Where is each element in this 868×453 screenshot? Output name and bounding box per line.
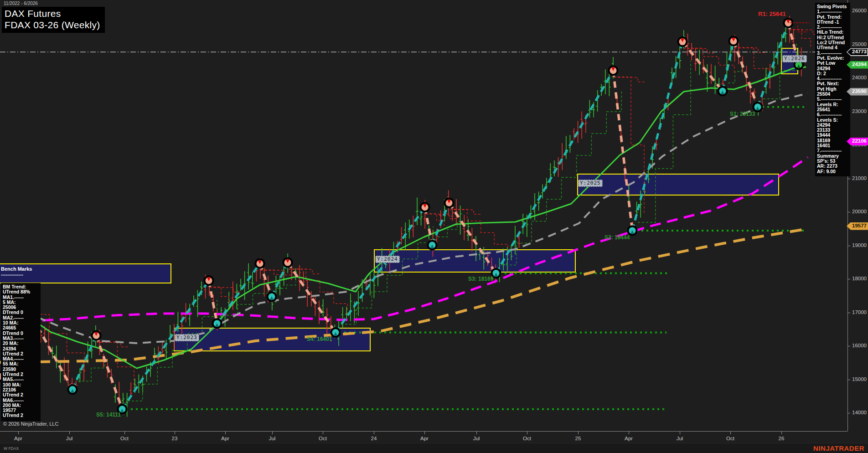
price-tag-value: 24394 <box>851 61 868 69</box>
year-box-label[interactable]: Y:2023 <box>175 334 199 341</box>
price-tag-22106: 22106 <box>847 138 868 145</box>
price-tag-24394: 24394 <box>847 61 868 69</box>
price-tag-value: 24773 <box>851 48 868 56</box>
benchmarks-line: 20 MA: <box>3 341 38 346</box>
swing-pivots-line: AF: 9.00 <box>817 169 849 174</box>
price-axis-tick <box>847 179 850 179</box>
time-axis-tick <box>680 431 680 434</box>
status-strip <box>0 443 868 453</box>
time-axis-label: 23 <box>172 436 178 441</box>
price-axis-tick <box>847 380 850 380</box>
benchmarks-line: 24665 <box>3 325 38 330</box>
swing-pivots-panel: Swing Pivots1.-------------Pvt. Trend:DT… <box>815 3 850 176</box>
candles-down <box>24 16 803 406</box>
time-axis-tick <box>124 431 125 434</box>
time-axis-tick <box>424 431 425 434</box>
year-box-label[interactable]: Y:2024 <box>375 256 400 263</box>
swing-pivots-line: 1.------------- <box>817 9 849 14</box>
time-axis-label: Oct <box>319 436 327 441</box>
time-axis-label: Apr <box>221 436 229 441</box>
swing-pivots-line: Pvt Low <box>817 61 849 66</box>
swing-pivots-line: AR: 2273 <box>817 164 849 169</box>
swing-pivots-line: 5.------------- <box>817 97 849 102</box>
time-axis-tick <box>225 431 226 434</box>
price-tag-24773: 24773 <box>847 48 868 56</box>
time-axis-tick <box>272 431 273 434</box>
price-axis-label: 23000 <box>852 108 867 114</box>
time-axis-tick <box>18 431 19 434</box>
price-axis-tick <box>847 279 850 279</box>
time-axis-tick <box>730 431 731 434</box>
support-label-s1: S1: 23133 <box>730 111 755 117</box>
time-axis-tick <box>175 431 175 434</box>
time-axis-label: Jul <box>269 436 276 441</box>
benchmarks-line: UTrend 88% <box>3 289 38 294</box>
time-axis-label: Apr <box>14 436 22 441</box>
time-axis-label: Apr <box>420 436 429 441</box>
support-label-s2: S2: 19444 <box>604 234 630 241</box>
price-axis-label: 26000 <box>852 8 867 13</box>
ninjatrader-logo: NINJATRADER <box>813 444 864 452</box>
ma-line-20-ma <box>25 67 806 368</box>
support-label-s3: S3: 18169 <box>468 276 493 282</box>
swing-pivots-line: UTrend 4 <box>817 45 849 50</box>
price-axis-label: 18000 <box>852 276 867 281</box>
year-box-label[interactable]: Y:2025 <box>578 180 603 187</box>
time-axis-label: Apr <box>625 436 633 441</box>
time-axis-label: Oct <box>523 436 531 441</box>
time-axis-label: Jul <box>66 436 73 441</box>
chart-date-range: 11/2022 - 6/2026 <box>4 1 38 6</box>
price-tag-value: 23590 <box>851 88 868 96</box>
instrument-title: DAX Futures <box>5 8 100 19</box>
time-axis-line <box>0 431 847 432</box>
time-axis-label: Oct <box>120 436 129 441</box>
price-axis-label: 24000 <box>852 75 867 80</box>
benchmarks-panel: Bench Marks -------------- BM Trend:UTre… <box>1 266 45 421</box>
time-axis-label: 25 <box>575 436 581 441</box>
support-label-s4: S4: 16401 <box>307 336 332 342</box>
price-axis-tick <box>847 313 850 313</box>
instrument-tab-label[interactable]: W FDAX <box>4 446 19 451</box>
price-axis-label: 25000 <box>852 41 867 47</box>
price-tag-23590: 23590 <box>847 88 868 96</box>
price-axis-label: 17000 <box>852 309 867 315</box>
price-axis-label: 16000 <box>852 343 867 348</box>
time-axis-label: Jul <box>677 436 683 441</box>
year-range-box[interactable] <box>578 174 779 195</box>
benchmarks-line: UTrend 2 <box>3 392 38 397</box>
benchmarks-line: UTrend 2 <box>3 413 38 418</box>
chart-canvas[interactable] <box>0 0 868 453</box>
benchmarks-line: MA5.------ <box>3 377 38 382</box>
price-axis-tick <box>847 246 850 246</box>
price-tag-value: 22106 <box>851 138 868 145</box>
swing-pivots-line: 6.------------- <box>817 112 849 117</box>
time-axis-label: 24 <box>371 436 377 441</box>
time-axis-tick <box>323 431 323 434</box>
benchmarks-list: BM Trend:UTrend 88%MA1.------5 MA:25006D… <box>1 283 41 421</box>
time-axis-tick <box>374 431 374 434</box>
resistance-label-r1: R1: 25641 <box>758 10 786 17</box>
swing-pivots-line: 7.------------- <box>817 148 849 153</box>
time-axis-tick <box>476 431 477 434</box>
price-axis-tick <box>847 413 850 413</box>
price-axis-label: 14000 <box>852 410 867 415</box>
time-axis-tick <box>527 431 527 434</box>
price-tag-value: 19577 <box>851 222 868 230</box>
benchmarks-underline: -------------- <box>1 272 45 277</box>
copyright-text: © 2026 NinjaTrader, LLC <box>3 421 58 427</box>
price-axis-label: 20000 <box>852 209 867 214</box>
time-axis-label: 26 <box>779 436 785 441</box>
chart-title-panel: DAX Futures FDAX 03-26 (Weekly) <box>2 7 105 33</box>
contract-title: FDAX 03-26 (Weekly) <box>5 19 100 31</box>
time-axis-label: Oct <box>726 436 734 441</box>
time-axis-tick <box>69 431 70 434</box>
support-label-s5: S5: 14111 <box>96 412 121 418</box>
time-axis-tick <box>781 431 782 434</box>
price-tag-19577: 19577 <box>847 222 868 230</box>
price-axis-label: 21000 <box>852 175 867 181</box>
time-axis-label: Jul <box>473 436 480 441</box>
price-axis-label: 19000 <box>852 242 867 248</box>
ninjatrader-chart-window: 11/2022 - 6/2026 DAX Futures FDAX 03-26 … <box>0 0 868 453</box>
year-box-label[interactable]: Y:2026 <box>782 55 807 62</box>
time-axis-tick <box>629 431 629 434</box>
